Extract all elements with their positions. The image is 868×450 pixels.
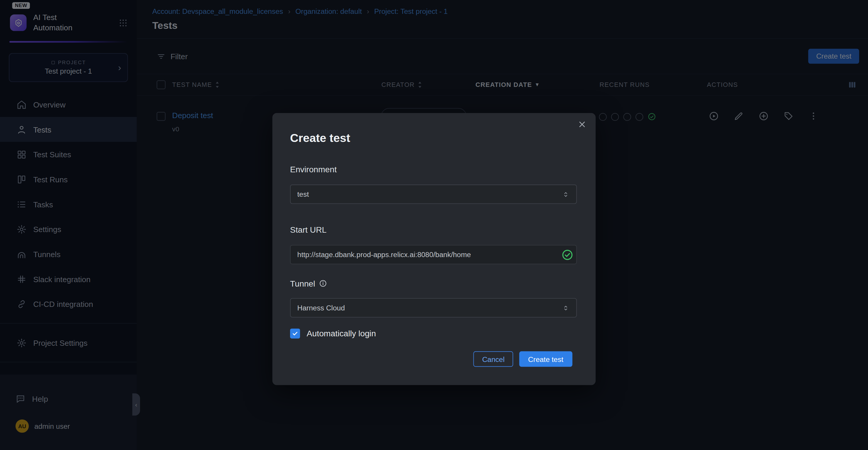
start-url-label: Start URL [290,225,327,234]
tunnel-label: Tunnel [290,279,328,288]
environment-value: test [297,190,309,198]
modal-title: Create test [290,131,350,145]
cancel-button[interactable]: Cancel [473,351,514,367]
modal-create-test-button[interactable]: Create test [519,351,572,367]
start-url-input[interactable] [290,245,577,264]
valid-check-icon [561,249,574,261]
environment-label: Environment [290,165,337,174]
close-icon[interactable] [577,119,587,129]
tunnel-value: Harness Cloud [297,304,345,312]
create-test-modal: Create test Environment test Start URL T… [273,113,596,385]
check-icon [291,330,298,337]
info-icon[interactable] [319,279,327,287]
environment-select[interactable]: test [290,185,577,204]
auto-login-checkbox[interactable] [290,329,300,339]
select-chevrons-icon [562,304,570,312]
select-chevrons-icon [562,190,570,198]
app-window: NEW AI Test Automation PROJECT [0,0,868,450]
tunnel-select[interactable]: Harness Cloud [290,298,577,317]
auto-login-label: Automatically login [307,329,376,338]
